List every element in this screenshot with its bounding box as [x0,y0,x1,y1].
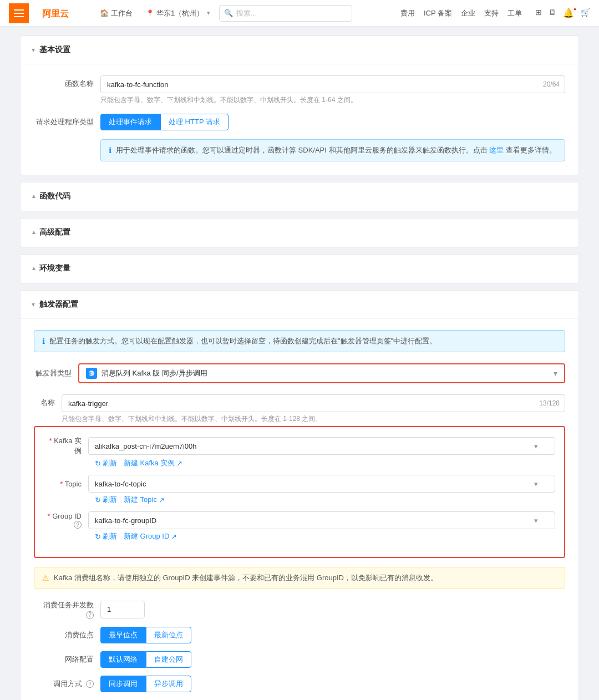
group-id-warning-text: Kafka 消费组名称，请使用独立的 GroupID 来创建事件源，不要和已有的… [54,573,438,583]
topic-value: kafka-to-fc-topic [95,480,146,488]
kafka-refresh-link[interactable]: ↻ 刷新 [95,458,117,468]
logo: 阿里云 [42,6,87,21]
handler-type-content: 处理事件请求 处理 HTTP 请求 [100,114,565,130]
function-code-header[interactable]: ▸ 函数代码 [21,182,578,211]
call-method-row: 调用方式 ? 同步调用 异步调用 [34,676,565,692]
svg-text:K: K [89,372,92,376]
screen-icon[interactable]: 🖥 [549,8,556,18]
network-config-label: 网络配置 [34,655,100,665]
function-name-label: 函数名称 [34,75,100,89]
top-navigation: 阿里云 🏠 工作台 📍 华东1（杭州） ▾ 🔍 搜索... 费用 ICP 备案 … [0,0,599,27]
kafka-new-link[interactable]: 新建 Kafka 实例 ↗ [124,458,182,468]
group-id-select-wrapper: kafka-to-fc-groupID ▾ [88,511,555,529]
group-id-actions: ↻ 刷新 新建 Group ID ↗ [44,531,555,541]
advanced-config-header[interactable]: ▸ 高级配置 [21,219,578,247]
env-vars-header[interactable]: ▸ 环境变量 [21,255,578,283]
trigger-name-row: 名称 13/128 只能包含字母、数字、下划线和中划线。不能以数字、中划线开头。… [34,394,565,424]
bell-icon[interactable]: 🔔● [563,8,574,18]
group-id-select[interactable]: kafka-to-fc-groupID ▾ [88,511,555,529]
group-id-help-icon[interactable]: ? [74,521,82,529]
kafka-instance-select[interactable]: alikafka_post-cn-i7m2uem7i00h ▾ [88,437,555,455]
env-vars-title: 环境变量 [39,263,70,273]
svg-text:阿里云: 阿里云 [42,9,69,18]
advanced-config-section: ▸ 高级配置 [20,218,579,247]
handler-type-tabs: 处理事件请求 处理 HTTP 请求 [100,114,565,130]
network-custom-btn[interactable]: 自建公网 [146,651,191,668]
handler-info-link[interactable]: 这里 [489,146,504,154]
basic-settings-header[interactable]: ▾ 基本设置 [21,36,578,64]
group-id-row: Group ID ? kafka-to-fc-groupID ▾ [44,511,555,529]
topic-new-link[interactable]: 新建 Topic ↗ [124,495,165,505]
call-method-tabs: 同步调用 异步调用 [100,676,565,692]
function-name-count: 20/64 [543,80,560,88]
apps-icon[interactable]: ⊞ [535,8,542,18]
trigger-config-body: ℹ 配置任务的触发方式。您可以现在配置触发器，也可以暂时选择留空，待函数创建完成… [21,319,578,700]
handler-info-box: ℹ 用于处理事件请求的函数。您可以通过定时器，函数计算 SDK/API 和其他阿… [100,139,565,161]
handler-type-row: 请求处理程序类型 处理事件请求 处理 HTTP 请求 [34,114,565,130]
info-icon: ℹ [109,146,111,155]
handler-type-label: 请求处理程序类型 [34,114,100,127]
function-name-hint: 只能包含字母、数字、下划线和中划线。不能以数字、中划线开头。长度在 1-64 之… [100,95,565,105]
handler-event-tab[interactable]: 处理事件请求 [100,114,160,130]
kafka-config-box: Kafka 实例 alikafka_post-cn-i7m2uem7i00h ▾… [34,426,565,558]
trigger-info-text: 配置任务的触发方式。您可以现在配置触发器，也可以暂时选择留空，待函数创建完成后在… [49,336,436,346]
function-code-chevron: ▸ [29,195,37,198]
trigger-type-row: 触发器类型 K 消息队列 Kafka 版 同步/异步调用 ▾ [34,363,565,383]
cart-icon[interactable]: 🛒 [581,8,590,18]
trigger-name-hint: 只能包含字母、数字、下划线和中划线。不能以数字、中划线开头。长度在 1-128 … [62,414,565,424]
topic-select[interactable]: kafka-to-fc-topic ▾ [88,475,555,493]
topic-row: Topic kafka-to-fc-topic ▾ [44,475,555,493]
concurrency-help-icon[interactable]: ? [86,611,94,619]
topic-refresh-link[interactable]: ↻ 刷新 [95,495,117,505]
group-id-external-icon: ↗ [171,532,177,541]
trigger-type-value: 消息队列 Kafka 版 同步/异步调用 [101,368,207,378]
network-default-btn[interactable]: 默认网络 [100,651,146,668]
function-name-input[interactable] [100,75,565,93]
hamburger-menu[interactable] [9,3,29,23]
basic-settings-chevron: ▾ [32,46,35,54]
group-id-refresh-link[interactable]: ↻ 刷新 [95,531,117,541]
function-code-section: ▸ 函数代码 [20,182,579,211]
group-id-refresh-icon: ↻ [95,532,101,541]
concurrency-input[interactable] [100,601,145,618]
search-box[interactable]: 🔍 搜索... [219,5,352,22]
consumer-latest-btn[interactable]: 最新位点 [146,627,191,643]
trigger-name-input[interactable] [62,394,565,412]
topic-label: Topic [44,480,88,488]
trigger-name-input-wrapper: 13/128 [62,394,565,412]
trigger-config-chevron: ▾ [32,301,35,308]
trigger-type-select[interactable]: K 消息队列 Kafka 版 同步/异步调用 ▾ [78,363,565,383]
group-id-label: Group ID ? [44,512,88,529]
trigger-config-section: ▾ 触发器配置 ℹ 配置任务的触发方式。您可以现在配置触发器，也可以暂时选择留空… [20,290,579,700]
basic-settings-title: 基本设置 [39,45,70,55]
trigger-config-header[interactable]: ▾ 触发器配置 [21,291,578,319]
consumer-position-content: 最早位点 最新位点 [100,627,565,643]
handler-http-tab[interactable]: 处理 HTTP 请求 [160,114,229,130]
consumer-earliest-btn[interactable]: 最早位点 [100,627,146,643]
kafka-instance-value: alikafka_post-cn-i7m2uem7i00h [95,442,197,450]
call-sync-btn[interactable]: 同步调用 [100,676,146,692]
group-id-new-link[interactable]: 新建 Group ID ↗ [124,531,177,541]
consumer-position-label: 消费位点 [34,630,100,640]
call-async-btn[interactable]: 异步调用 [146,676,191,692]
trigger-config-title: 触发器配置 [39,300,78,310]
consumption-concurrency-row: 消费任务并发数 ? [34,600,565,619]
kafka-instance-select-wrapper: alikafka_post-cn-i7m2uem7i00h ▾ [88,437,555,455]
advanced-config-chevron: ▸ [29,231,37,234]
basic-settings-body: 函数名称 20/64 只能包含字母、数字、下划线和中划线。不能以数字、中划线开头… [21,64,578,175]
trigger-name-label: 名称 [34,394,62,408]
consumption-concurrency-content [100,601,565,618]
consumption-concurrency-label: 消费任务并发数 ? [34,600,100,619]
workbench-link[interactable]: 🏠 工作台 [100,8,133,18]
call-method-help-icon[interactable]: ? [86,680,94,688]
handler-info-text: 用于处理事件请求的函数。您可以通过定时器，函数计算 SDK/API 和其他阿里云… [116,145,556,155]
region-selector[interactable]: 📍 华东1（杭州） ▾ [146,8,210,18]
trigger-name-content: 13/128 只能包含字母、数字、下划线和中划线。不能以数字、中划线开头。长度在… [62,394,565,424]
consumer-position-tabs: 最早位点 最新位点 [100,627,565,643]
external-link-icon: ↗ [176,459,182,468]
kafka-trigger-icon: K [86,368,97,379]
function-code-title: 函数代码 [39,191,70,201]
main-content: ▾ 基本设置 函数名称 20/64 只能包含字母、数字、下划线和中划线。不能以数… [11,27,588,700]
nav-icons: ⊞ 🖥 🔔● 🛒 [535,8,590,18]
trigger-type-label: 触发器类型 [34,368,78,378]
